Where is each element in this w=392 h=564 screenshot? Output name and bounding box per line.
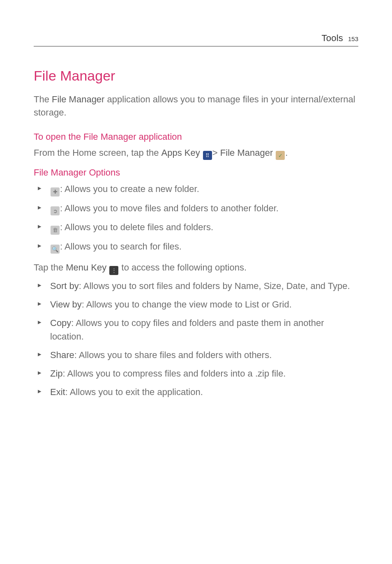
- list-item: ➲: Allows you to move files and folders …: [48, 201, 358, 216]
- item-desc: : Allows you to create a new folder.: [60, 184, 199, 194]
- item-desc: : Allows you to copy files and folders a…: [50, 318, 324, 342]
- item-desc: : Allows you to compress files and folde…: [63, 368, 286, 379]
- list-item: Exit: Allows you to exit the application…: [48, 385, 358, 399]
- search-icon: 🔍: [51, 245, 60, 254]
- item-name: View by: [50, 299, 82, 310]
- menu-line-prefix: Tap the: [34, 262, 66, 273]
- open-prefix: From the Home screen, tap the: [34, 148, 161, 158]
- new-folder-icon: ✚: [51, 187, 60, 196]
- item-name: Exit: [50, 387, 65, 397]
- item-desc: : Allows you to search for files.: [60, 241, 182, 252]
- page-container: Tools 153 File Manager The File Manager …: [0, 0, 392, 399]
- list-item: Sort by: Allows you to sort files and fo…: [48, 279, 358, 293]
- icon-options-list: ✚: Allows you to create a new folder. ➲:…: [34, 182, 358, 254]
- list-item: Share: Allows you to share files and fol…: [48, 348, 358, 362]
- item-name: Copy: [50, 318, 71, 328]
- item-desc: : Allows you to delete files and folders…: [60, 222, 213, 232]
- menu-key-icon: ⋮: [109, 266, 118, 275]
- intro-paragraph: The File Manager application allows you …: [34, 93, 358, 119]
- list-item: View by: Allows you to change the view m…: [48, 298, 358, 311]
- delete-icon: 🗑: [51, 226, 60, 235]
- page-title: File Manager: [34, 68, 358, 84]
- gt-separator: >: [212, 148, 220, 158]
- open-period: .: [285, 148, 288, 158]
- item-name: Zip: [50, 368, 63, 379]
- menu-line-suffix: to access the following options.: [119, 262, 247, 273]
- open-heading: To open the File Manager application: [34, 132, 358, 142]
- list-item: 🗑: Allows you to delete files and folder…: [48, 220, 358, 235]
- intro-prefix: The: [34, 94, 52, 104]
- menu-key-label: Menu Key: [66, 262, 109, 273]
- apps-key-label: Apps Key: [161, 148, 203, 158]
- menu-line: Tap the Menu Key ⋮ to access the followi…: [34, 261, 358, 275]
- item-name: Share: [50, 350, 74, 360]
- file-manager-icon: ✓: [276, 151, 285, 160]
- apps-key-icon: ⠿: [203, 151, 212, 160]
- section-name: Tools: [322, 33, 343, 44]
- list-item: Copy: Allows you to copy files and folde…: [48, 316, 358, 343]
- options-heading: File Manager Options: [34, 167, 358, 178]
- menu-options-list: Sort by: Allows you to sort files and fo…: [34, 279, 358, 399]
- list-item: Zip: Allows you to compress files and fo…: [48, 367, 358, 380]
- list-item: ✚: Allows you to create a new folder.: [48, 182, 358, 196]
- item-desc: : Allows you to change the view mode to …: [82, 299, 292, 310]
- item-desc: : Allows you to sort files and folders b…: [79, 281, 350, 291]
- item-desc: : Allows you to move files and folders t…: [60, 203, 279, 213]
- item-name: Sort by: [50, 281, 79, 291]
- move-icon: ➲: [51, 206, 60, 215]
- file-manager-label: File Manager: [220, 148, 276, 158]
- item-desc: : Allows you to exit the application.: [65, 387, 203, 397]
- page-header: Tools 153: [34, 33, 358, 46]
- page-number: 153: [348, 35, 358, 42]
- intro-bold: File Manager: [52, 94, 104, 104]
- open-line: From the Home screen, tap the Apps Key ⠿…: [34, 146, 358, 160]
- list-item: 🔍: Allows you to search for files.: [48, 240, 358, 254]
- item-desc: : Allows you to share files and folders …: [74, 350, 272, 360]
